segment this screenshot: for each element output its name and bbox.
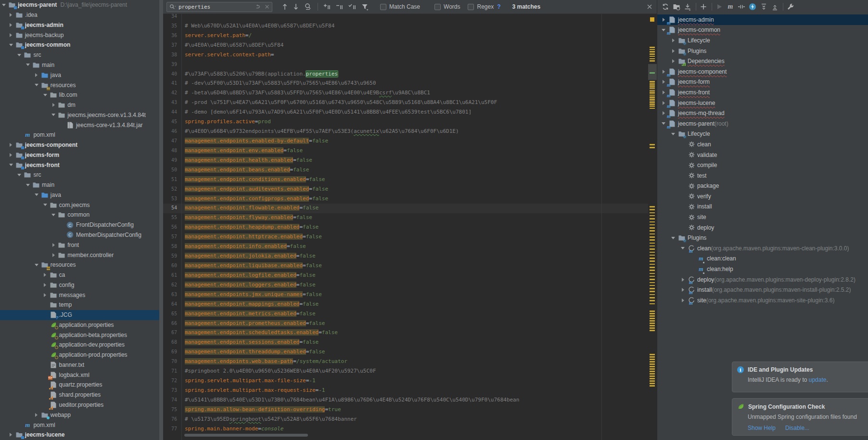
maven-tree-item[interactable]: Plugins (657, 46, 868, 56)
update-link[interactable]: update (809, 376, 827, 383)
project-tree-item[interactable]: main (0, 60, 159, 70)
maven-tree-item[interactable]: mclean (org.apache.maven.plugins:maven-c… (657, 243, 868, 254)
search-input[interactable] (179, 4, 255, 10)
code-line[interactable]: management.endpoint.info.enabled=false (185, 242, 648, 251)
search-history-icon[interactable] (255, 4, 261, 10)
code-line[interactable]: #\u4E0D\u66B4\u9732endpoints\u4EFB\u4F55… (185, 127, 648, 136)
offline-mode-icon[interactable] (749, 3, 756, 11)
collapse-arrow-icon[interactable] (24, 64, 32, 66)
expand-arrow-icon[interactable] (41, 283, 49, 287)
project-tree-item[interactable]: jeecms-backup (0, 30, 159, 40)
expand-arrow-icon[interactable] (7, 23, 15, 27)
expand-arrow-icon[interactable] (668, 39, 678, 42)
project-tree-item[interactable]: member.controller (0, 250, 159, 260)
project-tree-item[interactable]: mpom.xml (0, 420, 159, 430)
maven-tree-item[interactable]: package (657, 181, 868, 192)
maven-tree-item[interactable]: mjeecms-component (657, 66, 868, 77)
code-line[interactable]: # \u5173\u95EDspringboot\u542F\u52A8\u65… (185, 414, 648, 424)
project-tree-item[interactable]: lib.com (0, 90, 159, 100)
collapse-arrow-icon[interactable] (15, 54, 23, 56)
inspection-status-square[interactable] (650, 17, 654, 22)
expand-arrow-icon[interactable] (50, 243, 57, 247)
collapse-arrow-icon[interactable] (7, 44, 15, 46)
expand-arrow-icon[interactable] (678, 278, 688, 282)
maven-tree-item[interactable]: mjeecms-lucene (657, 98, 868, 108)
code-line[interactable]: # -demo [demo\u6F14\u793A\u7AD9\u6A21\u5… (185, 107, 648, 117)
code-line[interactable]: management.endpoint.flowable.enabled=fal… (185, 203, 648, 213)
horizontal-scrollbar[interactable] (184, 434, 308, 437)
code-line[interactable]: management.endpoint.threaddump.enabled=f… (185, 347, 648, 357)
next-occurrence-icon[interactable] (293, 3, 299, 10)
code-line[interactable]: management.endpoint.health.enabled=false (185, 155, 648, 165)
code-line[interactable]: # -beta\u6D4B\u8BD5\u73AF\u5883\u5FFD\u7… (185, 88, 648, 98)
project-tree-item[interactable]: .idea (0, 10, 159, 20)
project-tree-item[interactable]: banner.txt (0, 360, 159, 370)
regex-checkbox[interactable]: Regex (468, 3, 494, 10)
collapse-arrow-icon[interactable] (678, 247, 688, 249)
maven-tree-item[interactable]: compile (657, 160, 868, 170)
code-line[interactable]: management.endpoints.jmx.unique-names=fa… (185, 290, 648, 299)
expand-arrow-icon[interactable] (678, 288, 688, 292)
regex-help-icon[interactable]: ? (497, 3, 500, 10)
filter-icon[interactable] (361, 3, 369, 11)
code-line[interactable]: spring.profiles.active=prod (185, 117, 648, 127)
project-tree-item[interactable]: <>logback.xml (0, 370, 159, 380)
project-tree-item[interactable]: CMemberDispatcherConfig (0, 230, 159, 240)
project-tree-item[interactable]: messages (0, 290, 159, 300)
project-tree-item[interactable]: src (0, 170, 159, 180)
skip-tests-icon[interactable] (738, 3, 745, 11)
maven-tree-item[interactable]: mjeecms-mq-thread (657, 108, 868, 118)
project-tree-item[interactable]: src (0, 50, 159, 60)
code-line[interactable]: management.endpoint.configprops.enabled=… (185, 194, 648, 204)
collapse-arrow-icon[interactable] (668, 133, 678, 135)
code-line[interactable]: management.endpoint.env.enabled=false (185, 146, 648, 155)
project-tree-item[interactable]: java (0, 70, 159, 80)
project-tree-item[interactable]: common (0, 210, 159, 220)
maven-tree-item[interactable]: mclean:clean (657, 254, 868, 264)
collapse-arrow-icon[interactable] (50, 214, 57, 216)
project-tree-item[interactable]: ueditor.properties (0, 400, 159, 410)
expand-arrow-icon[interactable] (678, 298, 688, 302)
code-line[interactable]: management.endpoint.jolokia.enabled=fals… (185, 251, 648, 261)
code-line[interactable]: management.endpoint.loggers.enabled=fals… (185, 280, 648, 290)
notification-ide-updates[interactable]: i IDE and Plugin Updates IntelliJ IDEA i… (732, 362, 868, 392)
maven-tree-item[interactable]: mjeecms-admin (657, 14, 868, 25)
code-line[interactable]: management.endpoint.logfile.enabled=fals… (185, 271, 648, 280)
maven-tree-item[interactable]: mdeploy (org.apache.maven.plugins:maven-… (657, 274, 868, 285)
project-tree-item[interactable]: jeecms-lucene (0, 430, 159, 440)
notification-spring-check[interactable]: Spring Configuration Check Unmapped Spri… (732, 398, 868, 436)
collapse-arrow-icon[interactable] (33, 194, 40, 196)
expand-arrow-icon[interactable] (7, 433, 15, 437)
add-maven-project-icon[interactable] (700, 3, 707, 11)
maven-tree-item[interactable]: msite (org.apache.maven.plugins:maven-si… (657, 295, 868, 306)
code-line[interactable]: # Web\u670D\u52A1\u4E0A\u4E0B\u6587\u8DE… (185, 21, 648, 31)
project-tree-item[interactable]: jeecms-parentD:\java_file\jeecms-parent (0, 0, 159, 10)
project-tree-item[interactable]: jeecms-form (0, 150, 159, 160)
clear-search-icon[interactable] (265, 4, 269, 9)
code-line[interactable]: management.endpoint.heapdump.enabled=fal… (185, 222, 648, 232)
expand-arrow-icon[interactable] (7, 153, 15, 157)
add-selection-icon[interactable] (323, 3, 331, 11)
maven-tree-item[interactable]: Plugins (657, 233, 868, 243)
project-tree-item[interactable]: quartz.properties (0, 380, 159, 390)
maven-tree-item[interactable]: mjeecms-form (657, 77, 868, 88)
expand-arrow-icon[interactable] (41, 293, 49, 297)
project-tree-item[interactable]: application-dev.properties (0, 340, 159, 350)
maven-tree-item[interactable]: mjeecms-parent (root) (657, 118, 868, 129)
code-line[interactable]: #\u5141\u8BB8\u540E\u53D1\u73B0\u7684bea… (185, 395, 648, 405)
project-tree-panel[interactable]: jeecms-parentD:\java_file\jeecms-parent.… (0, 0, 159, 440)
project-tree-item[interactable]: ca (0, 270, 159, 280)
project-panel-splitter[interactable] (159, 0, 163, 440)
code-line[interactable]: spring.servlet.multipart.max-file-size=-… (185, 376, 648, 386)
code-line[interactable]: spring.servlet.multipart.max-request-siz… (185, 386, 648, 395)
code-line[interactable]: spring.main.allow-bean-definition-overri… (185, 405, 648, 414)
expand-arrow-icon[interactable] (668, 59, 678, 63)
collapse-arrow-icon[interactable] (41, 94, 49, 96)
collapse-arrow-icon[interactable] (15, 174, 23, 176)
maven-tree-item[interactable]: validate (657, 150, 868, 160)
words-checkbox[interactable]: Words (434, 3, 460, 10)
find-all-icon[interactable] (304, 3, 312, 11)
code-line[interactable]: management.endpoint.liquibase.enabled=fa… (185, 261, 648, 271)
maven-generate-sources-icon[interactable] (673, 3, 680, 11)
download-sources-icon[interactable] (684, 3, 691, 11)
